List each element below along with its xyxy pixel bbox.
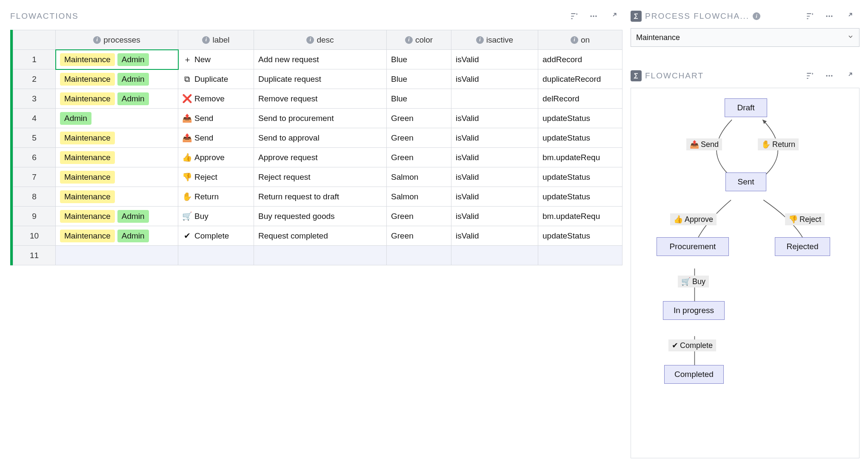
row-number[interactable]: 9 [13,207,56,226]
table-row[interactable]: 8Maintenance✋ReturnReturn request to dra… [13,187,622,207]
table-row[interactable]: 7Maintenance👎RejectReject requestSalmoni… [13,167,622,187]
cell-label[interactable]: 📤Send [178,109,254,128]
cell-label[interactable]: ❌Remove [178,89,254,109]
filter-icon[interactable] [569,12,579,21]
cell-desc[interactable]: Request completed [254,226,387,246]
table-row[interactable]: 3MaintenanceAdmin❌RemoveRemove requestBl… [13,89,622,109]
col-color[interactable]: icolor [387,30,451,50]
cell-on[interactable]: bm.updateRequ [538,148,622,167]
cell-color[interactable]: Green [387,128,451,148]
cell-on[interactable]: delRecord [538,89,622,109]
cell-on[interactable]: addRecord [538,50,622,69]
fc-node-draft[interactable]: Draft [725,98,767,117]
cell-isactive[interactable]: isValid [451,148,538,167]
cell-empty[interactable] [56,246,178,265]
cell-on[interactable]: duplicateRecord [538,69,622,89]
cell-isactive[interactable] [451,89,538,109]
col-on[interactable]: ion [538,30,622,50]
cell-label[interactable]: 👎Reject [178,167,254,187]
cell-processes[interactable]: MaintenanceAdmin [56,207,178,226]
col-label[interactable]: ilabel [178,30,254,50]
fc-node-rejected[interactable]: Rejected [775,237,830,256]
col-desc[interactable]: idesc [254,30,387,50]
table-row-empty[interactable]: 11 [13,246,622,265]
fc-node-inprogress[interactable]: In progress [663,301,725,320]
table-row[interactable]: 2MaintenanceAdmin⧉DuplicateDuplicate req… [13,69,622,89]
fc-node-sent[interactable]: Sent [725,172,766,191]
expand-icon[interactable] [608,12,618,21]
row-number[interactable]: 5 [13,128,56,148]
cell-isactive[interactable]: isValid [451,167,538,187]
cell-label[interactable]: ⧉Duplicate [178,69,254,89]
cell-color[interactable]: Blue [387,69,451,89]
cell-desc[interactable]: Add new request [254,50,387,69]
row-number[interactable]: 10 [13,226,56,246]
cell-isactive[interactable]: isValid [451,109,538,128]
filter-icon[interactable] [805,12,814,21]
row-number[interactable]: 4 [13,109,56,128]
row-number[interactable]: 3 [13,89,56,109]
cell-desc[interactable]: Return request to draft [254,187,387,207]
col-isactive[interactable]: iisactive [451,30,538,50]
cell-processes[interactable]: Maintenance [56,167,178,187]
filter-icon[interactable] [805,71,814,80]
cell-on[interactable]: updateStatus [538,128,622,148]
cell-isactive[interactable]: isValid [451,187,538,207]
row-number[interactable]: 2 [13,69,56,89]
flowchart-canvas[interactable]: Draft Sent Procurement Rejected In progr… [631,88,859,458]
cell-empty[interactable] [538,246,622,265]
cell-color[interactable]: Salmon [387,187,451,207]
fc-node-completed[interactable]: Completed [664,365,724,384]
cell-on[interactable]: updateStatus [538,187,622,207]
fc-action-reject[interactable]: 👎Reject [785,213,825,225]
cell-isactive[interactable]: isValid [451,128,538,148]
cell-label[interactable]: ✋Return [178,187,254,207]
cell-on[interactable]: updateStatus [538,226,622,246]
cell-desc[interactable]: Buy requested goods [254,207,387,226]
more-icon[interactable] [825,71,834,80]
cell-desc[interactable]: Send to procurement [254,109,387,128]
cell-color[interactable]: Green [387,109,451,128]
cell-label[interactable]: 👍Approve [178,148,254,167]
cell-processes[interactable]: Maintenance [56,187,178,207]
cell-processes[interactable]: Maintenance [56,148,178,167]
cell-on[interactable]: bm.updateRequ [538,207,622,226]
more-icon[interactable] [589,12,598,21]
cell-desc[interactable]: Remove request [254,89,387,109]
cell-label[interactable]: ✔Complete [178,226,254,246]
table-row[interactable]: 10MaintenanceAdmin✔CompleteRequest compl… [13,226,622,246]
expand-icon[interactable] [844,71,854,80]
fc-node-procurement[interactable]: Procurement [657,237,729,256]
cell-label[interactable]: ＋New [178,50,254,69]
fc-action-return[interactable]: ✋Return [758,138,799,150]
info-icon[interactable]: i [753,12,760,20]
table-row[interactable]: 1MaintenanceAdmin＋NewAdd new requestBlue… [13,50,622,69]
row-number[interactable]: 6 [13,148,56,167]
row-number[interactable]: 7 [13,167,56,187]
cell-desc[interactable]: Send to approval [254,128,387,148]
cell-empty[interactable] [254,246,387,265]
cell-color[interactable]: Blue [387,89,451,109]
fc-action-complete[interactable]: ✔Complete [668,339,716,351]
row-number[interactable]: 11 [13,246,56,265]
cell-empty[interactable] [387,246,451,265]
cell-processes[interactable]: MaintenanceAdmin [56,69,178,89]
flowactions-table[interactable]: iprocesses ilabel idesc icolor iisactive… [13,30,622,265]
process-select[interactable]: Maintenance [631,28,859,47]
cell-isactive[interactable]: isValid [451,69,538,89]
cell-label[interactable]: 🛒Buy [178,207,254,226]
cell-desc[interactable]: Reject request [254,167,387,187]
cell-processes[interactable]: MaintenanceAdmin [56,226,178,246]
cell-processes[interactable]: Maintenance [56,128,178,148]
cell-isactive[interactable]: isValid [451,207,538,226]
cell-label[interactable]: 📤Send [178,128,254,148]
fc-action-approve[interactable]: 👍Approve [670,213,717,225]
cell-on[interactable]: updateStatus [538,167,622,187]
more-icon[interactable] [825,12,834,21]
col-rownum[interactable] [13,30,56,50]
cell-processes[interactable]: MaintenanceAdmin [56,89,178,109]
cell-color[interactable]: Salmon [387,167,451,187]
cell-isactive[interactable]: isValid [451,226,538,246]
table-row[interactable]: 4Admin📤SendSend to procurementGreenisVal… [13,109,622,128]
expand-icon[interactable] [844,12,854,21]
